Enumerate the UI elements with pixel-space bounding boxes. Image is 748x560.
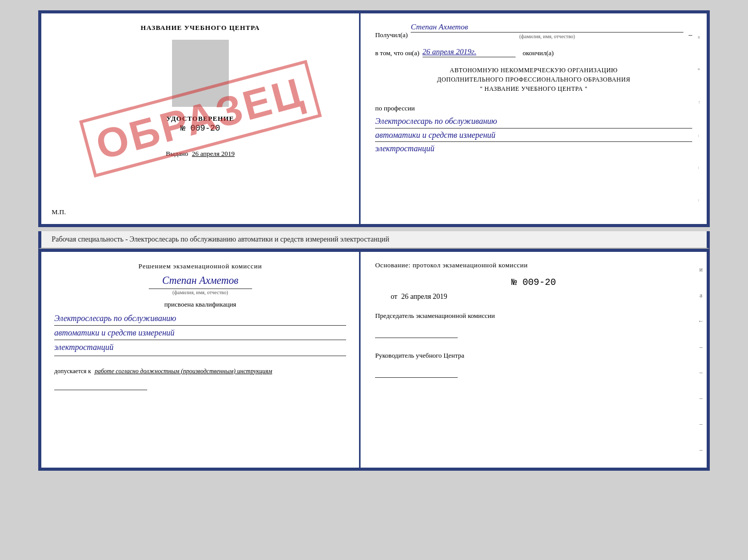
- profession-block: по профессии Электрослесарь по обслужива…: [375, 104, 692, 156]
- bottom-doc-right: Основание: протокол экзаменационной коми…: [361, 252, 707, 468]
- received-row: Получил(а) Степан Ахметов (фамилия, имя,…: [375, 23, 692, 39]
- top-doc-left: НАЗВАНИЕ УЧЕБНОГО ЦЕНТРА УДОСТОВЕРЕНИЕ №…: [41, 13, 361, 224]
- in-that-prefix: в том, что он(а): [375, 49, 419, 57]
- allow-italic: работе согласно должностным (производств…: [95, 367, 272, 375]
- cert-number: № 009-20: [180, 124, 220, 133]
- decision-title: Решением экзаменационной комиссии: [54, 262, 346, 270]
- qual-line1: Электрослесарь по обслуживанию: [54, 311, 346, 326]
- profession-line2: автоматики и средств измерений: [375, 129, 692, 142]
- bottom-doc-left: Решением экзаменационной комиссии Степан…: [41, 252, 361, 468]
- top-document: НАЗВАНИЕ УЧЕБНОГО ЦЕНТРА УДОСТОВЕРЕНИЕ №…: [38, 10, 710, 227]
- issued-date-value: 26 апреля 2019: [192, 150, 235, 157]
- director-label: Руководитель учебного Центра: [375, 351, 692, 360]
- person-name: Степан Ахметов: [54, 275, 346, 286]
- date-prefix: от: [391, 293, 397, 300]
- org-line2: ДОПОЛНИТЕЛЬНОГО ПРОФЕССИОНАЛЬНОГО ОБРАЗО…: [375, 75, 692, 84]
- side-decoration-bottom: и а ← – – – – –: [695, 252, 707, 468]
- date-value: 26 апреля 2019: [401, 293, 447, 300]
- org-line1: АВТОНОМНУЮ НЕКОММЕРЧЕСКУЮ ОРГАНИЗАЦИЮ: [375, 66, 692, 75]
- org-block: АВТОНОМНУЮ НЕКОММЕРЧЕСКУЮ ОРГАНИЗАЦИЮ ДО…: [375, 66, 692, 93]
- received-label: Получил(а): [375, 31, 408, 39]
- issued-prefix: Выдано: [166, 150, 188, 157]
- top-doc-right: Получил(а) Степан Ахметов (фамилия, имя,…: [361, 13, 707, 224]
- profession-line1: Электрослесарь по обслуживанию: [375, 115, 692, 129]
- mp-label: М.П.: [52, 208, 66, 216]
- fio-sub: (фамилия, имя, отчество): [411, 34, 683, 39]
- org-line3: " НАЗВАНИЕ УЧЕБНОГО ЦЕНТРА ": [375, 84, 692, 93]
- bottom-document: Решением экзаменационной комиссии Степан…: [38, 249, 710, 471]
- finished-label: окончил(а): [523, 49, 554, 57]
- basis-title: Основание: протокол экзаменационной коми…: [375, 261, 692, 269]
- qual-line3: электростанций: [54, 340, 346, 356]
- profession-line3: электростанций: [375, 142, 692, 156]
- description-bar: Рабочая специальность - Электрослесарь п…: [38, 231, 710, 249]
- in-that-row: в том, что он(а) 26 апреля 2019г. окончи…: [375, 47, 692, 57]
- qual-label: присвоена квалификация: [54, 300, 346, 309]
- top-left-title: НАЗВАНИЕ УЧЕБНОГО ЦЕНТРА: [141, 24, 260, 32]
- qual-line2: автоматики и средств измерений: [54, 326, 346, 340]
- issued-date: Выдано 26 апреля 2019: [166, 150, 235, 158]
- description-text: Рабочая специальность - Электрослесарь п…: [52, 235, 389, 243]
- chair-label: Председатель экзаменационной комиссии: [375, 311, 692, 321]
- sign-line-left: [54, 380, 147, 390]
- allow-prefix: допускается к: [54, 367, 91, 375]
- dash1: –: [689, 31, 692, 39]
- profession-label: по профессии: [375, 104, 692, 113]
- received-name: Степан Ахметов: [411, 23, 683, 33]
- cert-label: УДОСТОВЕРЕНИЕ: [166, 115, 234, 123]
- in-that-date: 26 апреля 2019г.: [423, 47, 516, 57]
- photo-placeholder: [172, 40, 229, 107]
- side-decoration: и а ← – – –: [695, 13, 707, 224]
- allow-text: допускается к работе согласно должностны…: [54, 366, 346, 376]
- protocol-date: от 26 апреля 2019: [391, 293, 692, 301]
- person-sub: (фамилия, имя, отчество): [149, 289, 252, 295]
- protocol-number: № 009-20: [375, 277, 692, 287]
- chair-sign-line: [375, 324, 458, 338]
- director-sign-line: [375, 363, 458, 378]
